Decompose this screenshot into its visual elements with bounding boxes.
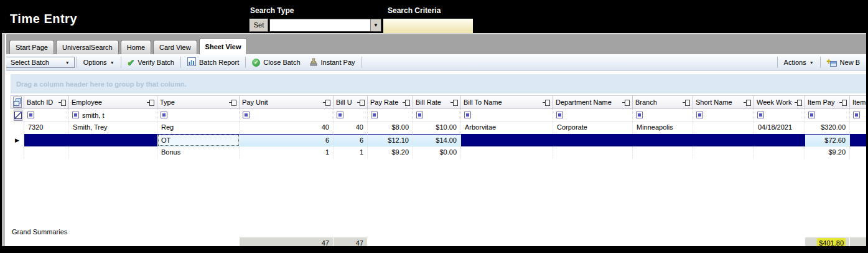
cell-branch[interactable]: Minneapolis: [633, 122, 693, 134]
filter-checkbox-icon[interactable]: [243, 112, 250, 118]
filter-checkbox-icon[interactable]: [556, 112, 563, 118]
tab-home[interactable]: Home: [121, 40, 151, 54]
filter-cell-batch_id[interactable]: [24, 109, 69, 122]
column-header-bill_to_name[interactable]: Bill To Name: [461, 95, 553, 109]
column-header-short_name[interactable]: Short Name: [693, 95, 754, 109]
cell-pay_rate[interactable]: $9.20: [368, 146, 413, 159]
pin-icon[interactable]: [543, 100, 550, 105]
cell-week_work[interactable]: [754, 134, 805, 146]
cell-bill_u[interactable]: 40: [334, 122, 368, 134]
new-batch-button[interactable]: + New B: [823, 57, 864, 68]
filter-cell-item_2[interactable]: [850, 109, 868, 122]
cell-item_pay[interactable]: $72.60: [805, 134, 850, 146]
filter-cell-branch[interactable]: [633, 109, 693, 122]
pin-icon[interactable]: [450, 100, 458, 105]
cell-batch_id[interactable]: [24, 146, 69, 159]
cell-week_work[interactable]: [754, 146, 805, 159]
cell-bill_to_name[interactable]: [461, 146, 553, 159]
filter-checkbox-icon[interactable]: [696, 112, 703, 118]
cell-week_work[interactable]: 04/18/2021: [754, 122, 805, 134]
pin-icon[interactable]: [323, 100, 330, 105]
cell-short_name[interactable]: [693, 122, 754, 134]
filter-cell-week_work[interactable]: [754, 109, 805, 122]
column-header-batch_id[interactable]: Batch ID: [24, 95, 69, 109]
column-header-type[interactable]: Type: [157, 95, 240, 109]
cell-pay_unit[interactable]: 6: [240, 134, 334, 146]
row-indicator-cell[interactable]: [11, 146, 24, 159]
tab-universalsearch[interactable]: UniversalSearch: [56, 40, 119, 54]
column-header-bill_rate[interactable]: Bill Rate: [413, 95, 461, 109]
cell-pay_rate[interactable]: $8.00: [368, 122, 413, 134]
cell-bill_to_name[interactable]: [461, 134, 553, 146]
filter-row-edit-cell[interactable]: [11, 109, 24, 122]
table-row[interactable]: 7320Smith, TreyReg4040$8.00$10.00Arborvi…: [11, 122, 868, 134]
tab-sheet-view[interactable]: Sheet View: [199, 38, 248, 54]
pin-icon[interactable]: [357, 100, 365, 105]
batch-report-button[interactable]: Batch Report: [183, 56, 243, 69]
column-header-pay_rate[interactable]: Pay Rate: [368, 95, 413, 109]
cell-bill_u[interactable]: 1: [334, 146, 368, 159]
filter-cell-bill_rate[interactable]: [413, 109, 461, 122]
pin-icon[interactable]: [229, 100, 236, 105]
cell-bill_rate[interactable]: $0.00: [413, 146, 461, 159]
edit-filter-icon[interactable]: [14, 110, 22, 121]
filter-checkbox-icon[interactable]: [757, 112, 764, 118]
chevron-down-icon[interactable]: ▼: [370, 19, 381, 31]
options-button[interactable]: Options ▼: [79, 57, 119, 67]
customize-grid-icon[interactable]: [13, 97, 22, 108]
cell-bill_u[interactable]: 6: [334, 134, 368, 146]
filter-cell-item_pay[interactable]: [805, 109, 850, 122]
filter-checkbox-icon[interactable]: [371, 112, 378, 118]
cell-item_2[interactable]: [850, 122, 868, 134]
close-batch-button[interactable]: ✓ Close Batch: [248, 57, 304, 68]
table-row[interactable]: Bonus11$9.20$0.00$9.20: [11, 146, 868, 159]
set-button[interactable]: Set: [250, 19, 268, 32]
pin-icon[interactable]: [622, 100, 630, 105]
filter-checkbox-icon[interactable]: [464, 112, 471, 118]
filter-cell-pay_unit[interactable]: [240, 109, 334, 122]
select-batch-button[interactable]: Select Batch ▼: [6, 57, 75, 68]
filter-cell-employee[interactable]: smith, t: [69, 109, 157, 122]
cell-type[interactable]: Bonus: [157, 146, 240, 159]
cell-item_pay[interactable]: $320.00: [805, 122, 850, 134]
filter-cell-department_name[interactable]: [553, 109, 633, 122]
cell-item_2[interactable]: [850, 146, 868, 159]
filter-checkbox-icon[interactable]: [808, 112, 815, 118]
pin-icon[interactable]: [403, 100, 410, 105]
filter-cell-bill_u[interactable]: [334, 109, 368, 122]
cell-item_pay[interactable]: $9.20: [805, 146, 850, 159]
cell-employee[interactable]: [69, 146, 157, 159]
pin-icon[interactable]: [147, 100, 154, 105]
table-row[interactable]: ▶OT66$12.10$14.00$72.60: [11, 134, 868, 146]
cell-bill_to_name[interactable]: Arborvitae: [461, 122, 553, 134]
cell-pay_unit[interactable]: 1: [240, 146, 334, 159]
column-header-item_2[interactable]: Item: [850, 95, 868, 109]
tab-start-page[interactable]: Start Page: [9, 40, 54, 54]
row-indicator-cell[interactable]: ▶: [11, 134, 24, 146]
pin-icon[interactable]: [795, 100, 802, 105]
cell-department_name[interactable]: [553, 134, 633, 146]
column-header-department_name[interactable]: Department Name: [553, 95, 633, 109]
cell-short_name[interactable]: [693, 134, 754, 146]
filter-cell-type[interactable]: [157, 109, 240, 122]
column-header-branch[interactable]: Branch: [633, 95, 693, 109]
cell-department_name[interactable]: [553, 146, 633, 159]
pin-icon[interactable]: [744, 100, 751, 105]
cell-batch_id[interactable]: 7320: [24, 122, 69, 134]
grid-select-all-cell[interactable]: [11, 95, 24, 109]
column-header-item_pay[interactable]: Item Pay: [805, 95, 850, 109]
verify-batch-button[interactable]: ✔ Verify Batch: [123, 57, 179, 67]
cell-employee[interactable]: Smith, Trey: [69, 122, 157, 134]
cell-branch[interactable]: [633, 134, 693, 146]
filter-checkbox-icon[interactable]: [27, 112, 34, 118]
cell-branch[interactable]: [633, 146, 693, 159]
pin-icon[interactable]: [683, 100, 690, 105]
cell-bill_rate[interactable]: $14.00: [413, 134, 461, 146]
filter-checkbox-icon[interactable]: [337, 112, 343, 118]
tab-card-view[interactable]: Card View: [153, 40, 197, 54]
cell-batch_id[interactable]: [24, 134, 69, 146]
cell-pay_rate[interactable]: $12.10: [368, 134, 413, 146]
cell-type[interactable]: Reg: [157, 122, 240, 134]
search-type-dropdown[interactable]: Employee Name ▼: [269, 19, 381, 32]
cell-employee[interactable]: [69, 134, 157, 146]
